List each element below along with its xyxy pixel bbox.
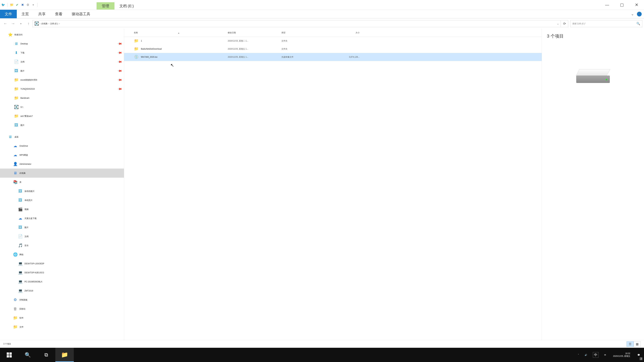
tree-item[interactable]: 保存的图片 [0,187,124,196]
qat-settings-icon[interactable]: ⚙ [26,3,30,7]
file-row[interactable]: BaiduNetdiskDownload 2020/12/25, 星期五 1..… [124,45,542,53]
ribbon-tab-home[interactable]: 主页 [17,10,34,18]
ribbon-tab-share[interactable]: 共享 [34,10,50,18]
tree-item[interactable]: excel表格制作求和 📌 [0,75,124,84]
qat-close-icon[interactable]: ✖ [21,3,24,7]
nav-back-button[interactable]: ← [2,20,9,27]
start-button[interactable] [0,348,18,362]
tree-item[interactable]: YUNQISHI2019 📌 [0,84,124,93]
tree-item[interactable]: 此电脑 [0,169,124,178]
chevron-right-icon[interactable]: › [48,22,49,25]
maximize-button[interactable]: ▢ [614,0,629,9]
file-rows[interactable]: 1 2020/12/15, 星期二 1... 文件夹 BaiduNetdiskD… [124,37,542,340]
chevron-right-icon[interactable]: › [40,22,40,25]
tray-volume-icon[interactable]: 🔊 [585,354,587,356]
down-icon [14,51,18,55]
tree-label: 本机照片 [24,199,32,202]
tree-desktop[interactable]: 桌面 [0,132,124,141]
tree-item[interactable]: Bandicam [0,93,124,103]
qat-properties-icon[interactable]: 📁 [10,3,14,7]
nav-recent-dropdown[interactable]: ▾ [17,20,24,27]
file-row[interactable]: 1 2020/12/15, 星期二 1... 文件夹 [124,37,542,45]
tree-network[interactable]: 网络 [0,250,124,259]
address-dropdown-icon[interactable]: ⌄ [557,22,559,25]
network-icon [13,252,18,257]
tree-item[interactable]: 文件 [0,323,124,332]
tree-quick-access[interactable]: 快速访问 [0,30,124,39]
qat-check-icon[interactable]: ✔ [15,3,19,7]
column-type[interactable]: 类型 [282,31,327,34]
nav-up-button[interactable]: ↑ [25,20,32,27]
tray-app-icon[interactable]: ✉ [604,354,606,356]
ribbon-tab-drive-tools[interactable]: 驱动器工具 [67,10,95,18]
search-icon[interactable]: 🔍 [636,22,640,25]
refresh-button[interactable]: ⟳ [561,20,568,27]
breadcrumb-this-pc[interactable]: 此电脑 [42,22,48,25]
search-box[interactable]: 搜索"文档 (E:)" 🔍 [570,20,642,27]
tree-label: 快速访问 [14,33,22,36]
tray-overflow-icon[interactable]: ˄ [578,354,579,356]
tree-item[interactable]: WPS网盘 [0,150,124,160]
file-date: 2020/12/25, 星期五 1... [228,56,282,58]
tree-item[interactable]: 图片 [0,223,124,232]
column-date[interactable]: 修改日期 [228,31,282,34]
tree-item[interactable]: Administrator [0,160,124,169]
preview-pane: 3 个项目 [542,29,644,340]
tree-item[interactable]: 图片 [0,121,124,130]
column-size[interactable]: 大小 [327,31,364,34]
taskbar-search-button[interactable]: 🔍 [18,348,37,362]
taskbar-explorer-button[interactable]: 📁 [55,348,74,362]
tree-item[interactable]: 软件 [0,313,124,323]
navigation-pane[interactable]: 快速访问 Desktop 📌 下载 📌 文档 📌 图片 📌 excel表格制作求… [0,29,124,340]
title-bar: 🐦 📁 ✔ ✖ ⚙ ▾ 管理 文档 (E:) — ▢ ✕ [0,0,644,10]
tray-ime-indicator[interactable]: 中 [593,352,598,358]
tree-item[interactable]: 文档 📌 [0,57,124,66]
taskbar: 🔍 ⧉ 📁 ˄ 🔊 中 ✉ 16:32 2020/12/25, 星期五 💬 3 [0,348,644,362]
tree-item[interactable]: 本机照片 [0,196,124,205]
tree-item[interactable]: PC-20190530OBLA [0,277,124,286]
windows-logo-icon [6,352,12,358]
tree-item[interactable]: G:\ [0,103,124,112]
tree-label: excel表格制作求和 [20,79,37,81]
qat-dropdown-icon[interactable]: ▾ [31,3,35,7]
tree-item[interactable]: OneDrive [0,141,124,150]
nav-forward-button[interactable]: → [10,20,17,27]
tree-item[interactable]: 天翼云盘下载 [0,214,124,223]
tree-item[interactable]: Desktop 📌 [0,39,124,48]
file-date: 2020/12/15, 星期二 1... [228,39,282,42]
desktop-icon [8,135,12,139]
svg-rect-1 [10,353,12,355]
tree-item[interactable]: 库 [0,178,124,187]
chevron-right-icon[interactable]: › [59,22,60,25]
tree-item[interactable]: 图片 📌 [0,66,124,75]
tree-item[interactable]: 音乐 [0,241,124,250]
tree-item[interactable]: DESKTOP-NJEU3CG [0,268,124,277]
ribbon-tab-file[interactable]: 文件 [0,10,17,18]
taskbar-clock[interactable]: 16:32 2020/12/25, 星期五 [610,348,633,362]
view-details-button[interactable]: ☰ [626,341,634,347]
file-row[interactable]: Win7x64_2020.iso 2020/12/25, 星期五 1... 光盘… [124,53,542,61]
column-name[interactable]: 名称 ▴ [134,31,228,34]
taskbar-taskview-button[interactable]: ⧉ [37,348,55,362]
view-icons-button[interactable]: ▦ [634,341,641,347]
action-center-button[interactable]: 💬 3 [633,348,644,362]
help-icon[interactable]: ? [637,12,642,16]
ribbon-expand-icon[interactable]: ⌄ [631,12,634,16]
svg-rect-2 [7,355,9,358]
comp-icon [18,280,22,284]
minimize-button[interactable]: — [600,0,614,9]
close-button[interactable]: ✕ [629,0,644,9]
address-bar[interactable]: › 此电脑 › 文档 (E:) › ⌄ [32,20,561,27]
tree-item[interactable]: 视频 [0,205,124,214]
ribbon-tab-view[interactable]: 查看 [50,10,67,18]
tree-item[interactable]: 控制面板 [0,295,124,304]
tree-item[interactable]: ZMT2019 [0,286,124,295]
tree-item[interactable]: 文档 [0,232,124,241]
tree-item[interactable]: 回收站 [0,304,124,313]
tree-item[interactable]: DESKTOP-LSSOEDP [0,259,124,268]
tree-item[interactable]: win7重装win7 [0,112,124,121]
context-tab-manage[interactable]: 管理 [96,2,114,9]
desk-icon [14,41,18,46]
breadcrumb-drive[interactable]: 文档 (E:) [50,22,58,25]
tree-item[interactable]: 下载 📌 [0,48,124,57]
